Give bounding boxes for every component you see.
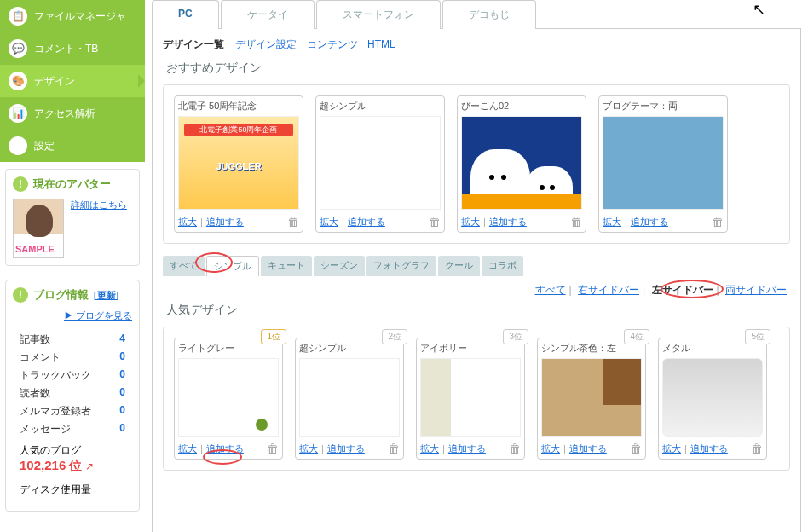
trash-icon[interactable]: 🗑: [570, 215, 582, 228]
rank-arrow-icon: ↗: [85, 460, 94, 472]
chart-icon: 📊: [9, 104, 27, 123]
card-thumb: [603, 116, 724, 210]
expand-link[interactable]: 拡大: [662, 443, 681, 454]
nav-comment-tb[interactable]: 💬コメント・TB: [0, 32, 145, 65]
card-title: ブログテーマ：両: [603, 100, 724, 113]
stat-row: トラックバック0: [20, 368, 125, 383]
design-card[interactable]: ブログテーマ：両 拡大|追加する🗑: [598, 95, 728, 233]
popular-row: 1位 ライトグレー 拡大|追加する🗑 2位 超シンプル 拡大|追加する🗑 3位: [163, 327, 790, 471]
tab-decomoji[interactable]: デコもじ: [442, 0, 536, 29]
add-link[interactable]: 追加する: [206, 217, 244, 227]
trash-icon[interactable]: 🗑: [751, 442, 763, 455]
stats-list: 記事数4 コメント0 トラックバック0 読者数0 メルマガ登録者0 メッセージ0…: [13, 322, 132, 504]
crumb-html[interactable]: HTML: [367, 38, 395, 50]
ftab-cute[interactable]: キュート: [261, 256, 312, 276]
stat-label: メルマガ登録者: [20, 404, 91, 419]
clipboard-icon: 📋: [9, 7, 27, 26]
info-icon: !: [13, 287, 28, 303]
expand-link[interactable]: 拡大: [178, 443, 197, 454]
stat-label: メッセージ: [20, 422, 71, 437]
add-link[interactable]: 追加する: [327, 443, 365, 454]
card-thumb: [461, 116, 582, 210]
stat-row: メルマガ登録者0: [20, 404, 125, 419]
disk-label: ディスク使用量: [20, 483, 91, 495]
add-link[interactable]: 追加する: [631, 217, 668, 227]
ftab-cool[interactable]: クール: [438, 256, 480, 276]
add-link[interactable]: 追加する: [690, 443, 728, 454]
sidebar-layout-filter: すべて| 右サイドバー| 左サイドバー| 両サイドバー: [163, 283, 787, 298]
expand-link[interactable]: 拡大: [420, 443, 439, 454]
add-link[interactable]: 追加する: [448, 443, 486, 454]
nav-label: 設定: [34, 139, 55, 153]
info-icon: !: [13, 176, 28, 192]
trash-icon[interactable]: 🗑: [509, 442, 521, 455]
comment-icon: 💬: [9, 39, 27, 58]
nav-analytics[interactable]: 📊アクセス解析: [0, 97, 145, 130]
tab-pc[interactable]: PC: [152, 0, 219, 29]
tab-smartphone[interactable]: スマートフォン: [316, 0, 441, 29]
card-thumb: 北電子創業50周年企画JUGGLER: [178, 116, 299, 210]
add-link[interactable]: 追加する: [489, 217, 527, 227]
trash-icon[interactable]: 🗑: [429, 215, 441, 228]
trash-icon[interactable]: 🗑: [267, 442, 279, 455]
design-card[interactable]: メタル 拡大|追加する🗑: [658, 338, 767, 460]
expand-link[interactable]: 拡大: [299, 443, 318, 454]
ftab-all[interactable]: すべて: [163, 256, 205, 276]
design-card[interactable]: 超シンプル 拡大|追加する🗑: [315, 95, 445, 233]
trash-icon[interactable]: 🗑: [388, 442, 400, 455]
gear-icon: ⚙: [9, 136, 27, 155]
avatar-panel-title: !現在のアバター: [13, 176, 132, 192]
tab-mobile[interactable]: ケータイ: [221, 0, 315, 29]
expand-link[interactable]: 拡大: [541, 443, 560, 454]
rank-badge: 1位: [261, 329, 286, 344]
card-thumb: [541, 358, 642, 437]
design-card[interactable]: アイボリー 拡大|追加する🗑: [416, 338, 525, 460]
nav-label: アクセス解析: [34, 107, 95, 121]
view-blog-link[interactable]: ▶ ブログを見る: [64, 310, 132, 321]
trash-icon[interactable]: 🗑: [712, 215, 724, 228]
add-link[interactable]: 追加する: [569, 443, 607, 454]
panel-title-text: ブログ情報: [33, 287, 89, 303]
card-thumb: [299, 358, 400, 437]
expand-link[interactable]: 拡大: [461, 217, 480, 227]
add-link[interactable]: 追加する: [348, 217, 385, 227]
blog-panel-title: !ブログ情報 [更新]: [13, 287, 132, 303]
trash-icon[interactable]: 🗑: [287, 215, 299, 228]
design-card[interactable]: 超シンプル 拡大|追加する🗑: [295, 338, 404, 460]
nav-design[interactable]: 🎨デザイン: [0, 65, 145, 97]
ftab-season[interactable]: シーズン: [314, 256, 365, 276]
design-card[interactable]: ぴーこん02 拡大|追加する🗑: [457, 95, 586, 233]
avatar-panel: !現在のアバター 詳細はこちら: [5, 169, 140, 266]
nav-label: コメント・TB: [34, 42, 98, 56]
add-link[interactable]: 追加する: [206, 443, 244, 454]
update-link[interactable]: [更新]: [94, 289, 118, 302]
avatar-detail-link[interactable]: 詳細はこちら: [71, 199, 127, 211]
trash-icon[interactable]: 🗑: [630, 442, 642, 455]
nav: 📋ファイルマネージャ 💬コメント・TB 🎨デザイン 📊アクセス解析 ⚙設定: [0, 0, 145, 162]
avatar-image: [13, 199, 64, 258]
design-card[interactable]: 北電子 50周年記念 北電子創業50周年企画JUGGLER 拡大|追加する🗑: [174, 95, 303, 233]
design-card[interactable]: シンプル茶色：左 拡大|追加する🗑: [537, 338, 646, 460]
recommend-row: 北電子 50周年記念 北電子創業50周年企画JUGGLER 拡大|追加する🗑 超…: [163, 84, 790, 244]
filter-all[interactable]: すべて: [535, 284, 566, 296]
thumb-logo: JUGGLER: [188, 161, 289, 171]
filter-right-sidebar[interactable]: 右サイドバー: [578, 284, 639, 296]
expand-link[interactable]: 拡大: [178, 217, 197, 227]
filter-left-sidebar[interactable]: 左サイドバー: [652, 284, 713, 296]
crumb-design-settings[interactable]: デザイン設定: [235, 38, 297, 50]
ftab-simple[interactable]: シンプル: [206, 256, 259, 276]
rank-badge: 2位: [382, 329, 407, 344]
crumb-contents[interactable]: コンテンツ: [307, 38, 358, 50]
design-card[interactable]: ライトグレー 拡大|追加する🗑: [174, 338, 283, 460]
filter-both-sidebar[interactable]: 両サイドバー: [725, 284, 787, 296]
stat-value: 0: [119, 404, 125, 419]
ftab-photograph[interactable]: フォトグラフ: [366, 256, 436, 276]
nav-file-manager[interactable]: 📋ファイルマネージャ: [0, 0, 145, 32]
stat-row: コメント0: [20, 350, 125, 365]
expand-link[interactable]: 拡大: [320, 217, 338, 227]
ftab-collab[interactable]: コラボ: [482, 256, 523, 276]
nav-settings[interactable]: ⚙設定: [0, 130, 145, 162]
stat-value: 4: [119, 332, 125, 347]
nav-label: ファイルマネージャ: [34, 9, 126, 24]
expand-link[interactable]: 拡大: [603, 217, 621, 227]
